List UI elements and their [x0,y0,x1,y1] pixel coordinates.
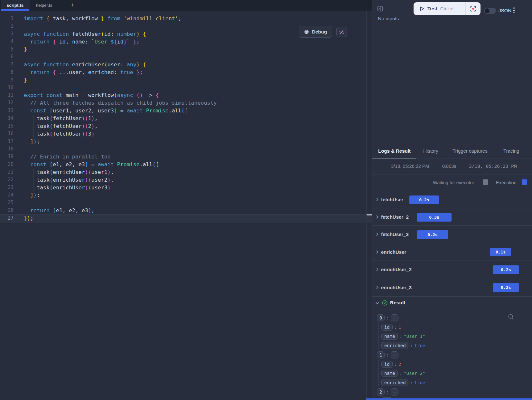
code-line-23[interactable]: 23 task(enrichUser)(user3) [0,184,372,192]
capture-run-button[interactable] [466,2,481,15]
code-line-8[interactable]: 8 return { ...user, enriched: true }; [0,69,372,76]
execution-duration-bar[interactable]: 0.2s [493,265,519,274]
code-line-15[interactable]: 15 task(fetchUser)(2), [0,122,372,130]
result-row-2[interactable]: 2:- [377,388,398,396]
result-row-enriched[interactable]: enriched:true [381,342,425,349]
collapse-panel-icon[interactable] [377,6,383,12]
line-number: 27 [0,214,14,222]
code-line-17[interactable]: 17 ]); [0,138,372,146]
execution-duration-bar[interactable]: 0.1s [490,248,511,256]
editor-tab-script.ts[interactable]: script.ts [1,0,30,11]
chevron-right-icon[interactable] [375,215,379,219]
timeline-row-enrichUser_2[interactable]: enrichUser_20.2s [372,261,532,278]
chevron-right-icon[interactable] [375,285,379,290]
code-line-21[interactable]: 21 task(enrichUser)(user1), [0,168,372,176]
code-line-19[interactable]: 19 // Enrich in parallel too [0,153,372,161]
code-line-7[interactable]: 7async function enrichUser(user: any) { [0,61,372,69]
editor-tab-helper.ts[interactable]: helper.ts [30,0,59,11]
result-key[interactable]: name [381,333,398,340]
more-options-icon[interactable] [513,7,515,13]
editor-scrollbar-track[interactable] [366,11,367,400]
result-row-1[interactable]: 1:- [377,351,398,359]
debug-button[interactable]: Debug [299,26,332,38]
result-row-name[interactable]: name:"User 1" [381,333,425,340]
result-row-0[interactable]: 0:- [377,314,398,322]
new-tab-button[interactable]: + [68,0,77,11]
legend-color-swatch [483,179,488,185]
search-result-icon[interactable] [508,313,515,320]
code-line-10[interactable]: 10 [0,84,372,92]
json-toggle[interactable] [484,8,496,14]
result-row-id[interactable]: id:2 [381,361,401,368]
timeline-legend: Waiting for executorExecution [372,175,532,191]
line-number: 3 [0,30,14,38]
collapse-toggle[interactable]: - [391,314,398,321]
code-line-12[interactable]: 12 // All three fetches dispatch as chil… [0,99,372,107]
code-line-25[interactable]: 25 [0,199,372,207]
chevron-right-icon[interactable] [375,197,379,202]
timeline-row-fetchUser_3[interactable]: fetchUser_30.2s [372,225,532,243]
indent-guide [27,99,27,214]
code-line-27[interactable]: 27}); [0,214,372,222]
indent-guide [27,69,27,76]
code-line-13[interactable]: 13 const [user1, user2, user3] = await P… [0,107,372,115]
panel-tab-logs-result[interactable]: Logs & Result [378,143,411,158]
collapse-toggle[interactable]: - [391,351,398,358]
result-row-name[interactable]: name:"User 2" [381,370,425,377]
code-line-11[interactable]: 11export const main = workflow(async () … [0,91,372,99]
code-line-24[interactable]: 24 ]); [0,191,372,199]
timeline-row-enrichUser[interactable]: enrichUser0.1s [372,243,532,261]
code-line-18[interactable]: 18 [0,145,372,153]
result-key[interactable]: 1 [377,351,385,358]
json-indent-guide [378,360,379,386]
indent-guide [27,38,27,46]
code-line-9[interactable]: 9} [0,76,372,84]
code-line-26[interactable]: 26 return [e1, e2, e3]; [0,207,372,214]
code-line-5[interactable]: 5} [0,45,372,53]
run-start-time: 3/18, 05:26:22 PM [391,164,429,169]
execution-duration-bar[interactable]: 0.2s [493,283,519,292]
code-line-4[interactable]: 4 return { id, name: `User ${id}` }; [0,38,372,46]
test-button-label: Test [427,6,437,12]
test-button[interactable]: Test Ctrl+↵ [414,2,465,15]
line-number: 1 [0,15,14,23]
chevron-right-icon[interactable] [375,267,379,271]
json-toggle-label: JSON [499,8,511,13]
result-key[interactable]: 0 [377,314,385,321]
collapse-toggle[interactable]: - [391,388,398,395]
panel-tab-history[interactable]: History [423,143,438,158]
code-editor[interactable]: 1import { task, workflow } from 'windmil… [0,11,372,400]
result-json-viewer: 0:-id:1name:"User 1"enriched:true1:-id:2… [372,309,532,398]
result-row-id[interactable]: id:1 [381,324,401,331]
execution-duration-bar[interactable]: 0.3s [417,213,452,222]
timeline-row-fetchUser_2[interactable]: fetchUser_20.3s [372,208,532,225]
code-line-14[interactable]: 14 task(fetchUser)(1), [0,115,372,122]
chevron-right-icon[interactable] [375,232,379,236]
code-line-22[interactable]: 22 task(enrichUser)(user2), [0,176,372,184]
json-indent-guide [378,323,379,349]
timeline-row-fetchUser[interactable]: fetchUser0.2s [372,191,532,208]
code-line-1[interactable]: 1import { task, workflow } from 'windmil… [0,15,372,23]
task-name: fetchUser_3 [381,232,409,237]
line-number: 13 [0,107,14,115]
result-key[interactable]: id [381,361,393,368]
result-section-header[interactable]: Result [372,296,532,309]
ai-assistant-button[interactable] [336,27,347,37]
panel-tab-tracing[interactable]: Tracing [503,143,519,158]
result-key[interactable]: 2 [377,388,385,395]
line-number: 26 [0,207,14,214]
code-line-6[interactable]: 6 [0,53,372,61]
execution-duration-bar[interactable]: 0.2s [409,195,439,204]
execution-duration-bar[interactable]: 0.2s [417,230,448,239]
code-line-20[interactable]: 20 const [e1, e2, e3] = await Promise.al… [0,161,372,168]
panel-tab-trigger-captures[interactable]: Trigger captures [453,143,488,158]
result-row-enriched[interactable]: enriched:true [381,379,425,386]
result-key[interactable]: name [381,370,398,377]
code-line-16[interactable]: 16 task(fetchUser)(3) [0,130,372,138]
timeline-row-enrichUser_3[interactable]: enrichUser_30.2s [372,278,532,296]
result-key[interactable]: enriched [381,342,408,349]
result-key[interactable]: id [381,324,393,331]
chevron-right-icon[interactable] [375,250,379,254]
result-key[interactable]: enriched [381,379,408,386]
editor-tabbar: script.tshelper.ts + [0,0,372,11]
